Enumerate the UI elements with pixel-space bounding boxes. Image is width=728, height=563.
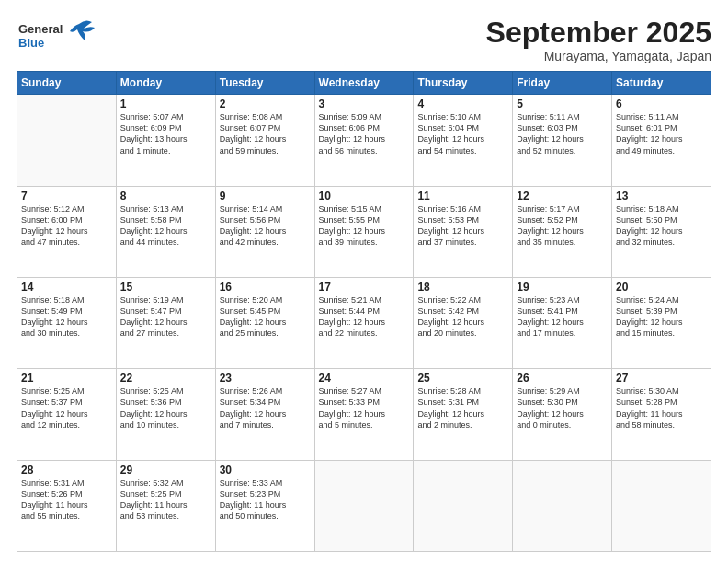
day-info: Sunrise: 5:25 AM Sunset: 5:36 PM Dayligh… [120, 385, 211, 431]
day-info: Sunrise: 5:33 AM Sunset: 5:23 PM Dayligh… [220, 477, 311, 523]
calendar-cell: 30Sunrise: 5:33 AM Sunset: 5:23 PM Dayli… [215, 460, 314, 551]
day-info: Sunrise: 5:11 AM Sunset: 6:01 PM Dayligh… [616, 111, 707, 156]
day-info: Sunrise: 5:27 AM Sunset: 5:33 PM Dayligh… [319, 385, 410, 431]
day-info: Sunrise: 5:14 AM Sunset: 5:56 PM Dayligh… [220, 203, 311, 248]
day-number: 23 [220, 372, 311, 385]
calendar-cell: 28Sunrise: 5:31 AM Sunset: 5:26 PM Dayli… [17, 460, 117, 551]
calendar-cell: 2Sunrise: 5:08 AM Sunset: 6:07 PM Daylig… [215, 95, 314, 186]
weekday-header-saturday: Saturday [612, 72, 711, 95]
day-number: 13 [616, 190, 707, 202]
day-info: Sunrise: 5:08 AM Sunset: 6:07 PM Dayligh… [220, 111, 311, 156]
calendar-cell: 24Sunrise: 5:27 AM Sunset: 5:33 PM Dayli… [314, 369, 414, 460]
top-header: General Blue September 2025 Murayama, Ya… [17, 17, 711, 63]
calendar-cell: 8Sunrise: 5:13 AM Sunset: 5:58 PM Daylig… [116, 186, 215, 277]
calendar-cell: 12Sunrise: 5:17 AM Sunset: 5:52 PM Dayli… [513, 186, 612, 277]
calendar-cell: 10Sunrise: 5:15 AM Sunset: 5:55 PM Dayli… [314, 186, 414, 277]
weekday-header-tuesday: Tuesday [215, 72, 314, 95]
location: Murayama, Yamagata, Japan [486, 49, 711, 63]
day-info: Sunrise: 5:28 AM Sunset: 5:31 PM Dayligh… [417, 385, 508, 431]
day-number: 30 [220, 464, 311, 477]
day-info: Sunrise: 5:17 AM Sunset: 5:52 PM Dayligh… [517, 203, 608, 248]
calendar-cell: 1Sunrise: 5:07 AM Sunset: 6:09 PM Daylig… [116, 95, 215, 186]
day-number: 22 [120, 372, 211, 385]
day-info: Sunrise: 5:21 AM Sunset: 5:44 PM Dayligh… [319, 294, 410, 339]
day-number: 28 [21, 464, 112, 477]
logo-svg: General Blue [17, 17, 99, 55]
day-number: 19 [517, 281, 608, 293]
calendar-cell: 22Sunrise: 5:25 AM Sunset: 5:36 PM Dayli… [116, 369, 215, 460]
day-info: Sunrise: 5:18 AM Sunset: 5:49 PM Dayligh… [21, 294, 112, 339]
day-number: 2 [220, 98, 311, 110]
calendar-cell: 17Sunrise: 5:21 AM Sunset: 5:44 PM Dayli… [314, 277, 414, 368]
day-info: Sunrise: 5:16 AM Sunset: 5:53 PM Dayligh… [417, 203, 508, 248]
day-info: Sunrise: 5:11 AM Sunset: 6:03 PM Dayligh… [517, 111, 608, 156]
day-number: 26 [517, 372, 608, 385]
calendar-cell: 16Sunrise: 5:20 AM Sunset: 5:45 PM Dayli… [215, 277, 314, 368]
day-number: 20 [616, 281, 707, 293]
svg-text:General: General [18, 22, 63, 36]
day-number: 18 [417, 281, 508, 293]
day-info: Sunrise: 5:32 AM Sunset: 5:25 PM Dayligh… [120, 477, 211, 523]
calendar-cell: 19Sunrise: 5:23 AM Sunset: 5:41 PM Dayli… [513, 277, 612, 368]
day-number: 12 [517, 190, 608, 202]
day-info: Sunrise: 5:15 AM Sunset: 5:55 PM Dayligh… [319, 203, 410, 248]
calendar-cell: 20Sunrise: 5:24 AM Sunset: 5:39 PM Dayli… [612, 277, 711, 368]
day-info: Sunrise: 5:29 AM Sunset: 5:30 PM Dayligh… [517, 385, 608, 431]
calendar-cell [314, 460, 414, 551]
calendar-cell: 26Sunrise: 5:29 AM Sunset: 5:30 PM Dayli… [513, 369, 612, 460]
day-number: 10 [319, 190, 410, 202]
day-number: 1 [120, 98, 211, 110]
calendar-cell: 25Sunrise: 5:28 AM Sunset: 5:31 PM Dayli… [414, 369, 513, 460]
day-info: Sunrise: 5:20 AM Sunset: 5:45 PM Dayligh… [220, 294, 311, 339]
weekday-header-monday: Monday [116, 72, 215, 95]
day-info: Sunrise: 5:31 AM Sunset: 5:26 PM Dayligh… [21, 477, 112, 523]
calendar-cell [612, 460, 711, 551]
day-number: 14 [21, 281, 112, 293]
day-number: 21 [21, 372, 112, 385]
calendar-cell: 18Sunrise: 5:22 AM Sunset: 5:42 PM Dayli… [414, 277, 513, 368]
calendar-cell: 5Sunrise: 5:11 AM Sunset: 6:03 PM Daylig… [513, 95, 612, 186]
day-info: Sunrise: 5:12 AM Sunset: 6:00 PM Dayligh… [21, 203, 112, 248]
week-row-3: 21Sunrise: 5:25 AM Sunset: 5:37 PM Dayli… [17, 369, 711, 460]
calendar-cell: 9Sunrise: 5:14 AM Sunset: 5:56 PM Daylig… [215, 186, 314, 277]
calendar-table: SundayMondayTuesdayWednesdayThursdayFrid… [17, 71, 711, 552]
calendar-cell: 4Sunrise: 5:10 AM Sunset: 6:04 PM Daylig… [414, 95, 513, 186]
day-info: Sunrise: 5:22 AM Sunset: 5:42 PM Dayligh… [417, 294, 508, 339]
calendar-cell: 21Sunrise: 5:25 AM Sunset: 5:37 PM Dayli… [17, 369, 117, 460]
calendar-cell [513, 460, 612, 551]
day-info: Sunrise: 5:18 AM Sunset: 5:50 PM Dayligh… [616, 203, 707, 248]
day-number: 11 [417, 190, 508, 202]
weekday-header-sunday: Sunday [17, 72, 117, 95]
day-number: 24 [319, 372, 410, 385]
calendar-cell: 15Sunrise: 5:19 AM Sunset: 5:47 PM Dayli… [116, 277, 215, 368]
day-number: 4 [417, 98, 508, 110]
calendar-cell: 23Sunrise: 5:26 AM Sunset: 5:34 PM Dayli… [215, 369, 314, 460]
day-info: Sunrise: 5:25 AM Sunset: 5:37 PM Dayligh… [21, 385, 112, 431]
svg-text:Blue: Blue [18, 36, 44, 50]
day-number: 17 [319, 281, 410, 293]
day-info: Sunrise: 5:26 AM Sunset: 5:34 PM Dayligh… [220, 385, 311, 431]
day-number: 7 [21, 190, 112, 202]
day-info: Sunrise: 5:30 AM Sunset: 5:28 PM Dayligh… [616, 385, 707, 431]
day-number: 3 [319, 98, 410, 110]
calendar-cell: 6Sunrise: 5:11 AM Sunset: 6:01 PM Daylig… [612, 95, 711, 186]
week-row-4: 28Sunrise: 5:31 AM Sunset: 5:26 PM Dayli… [17, 460, 711, 551]
logo-area: General Blue [17, 17, 99, 59]
calendar-cell: 3Sunrise: 5:09 AM Sunset: 6:06 PM Daylig… [314, 95, 414, 186]
calendar-cell: 27Sunrise: 5:30 AM Sunset: 5:28 PM Dayli… [612, 369, 711, 460]
logo: General Blue [17, 17, 99, 59]
day-info: Sunrise: 5:09 AM Sunset: 6:06 PM Dayligh… [319, 111, 410, 156]
calendar-cell: 11Sunrise: 5:16 AM Sunset: 5:53 PM Dayli… [414, 186, 513, 277]
day-info: Sunrise: 5:24 AM Sunset: 5:39 PM Dayligh… [616, 294, 707, 339]
weekday-header-row: SundayMondayTuesdayWednesdayThursdayFrid… [17, 72, 711, 95]
week-row-1: 7Sunrise: 5:12 AM Sunset: 6:00 PM Daylig… [17, 186, 711, 277]
day-number: 8 [120, 190, 211, 202]
calendar-cell [17, 95, 117, 186]
calendar-cell: 7Sunrise: 5:12 AM Sunset: 6:00 PM Daylig… [17, 186, 117, 277]
weekday-header-thursday: Thursday [414, 72, 513, 95]
day-info: Sunrise: 5:07 AM Sunset: 6:09 PM Dayligh… [120, 111, 211, 156]
day-number: 5 [517, 98, 608, 110]
day-number: 9 [220, 190, 311, 202]
calendar-cell: 14Sunrise: 5:18 AM Sunset: 5:49 PM Dayli… [17, 277, 117, 368]
week-row-0: 1Sunrise: 5:07 AM Sunset: 6:09 PM Daylig… [17, 95, 711, 186]
